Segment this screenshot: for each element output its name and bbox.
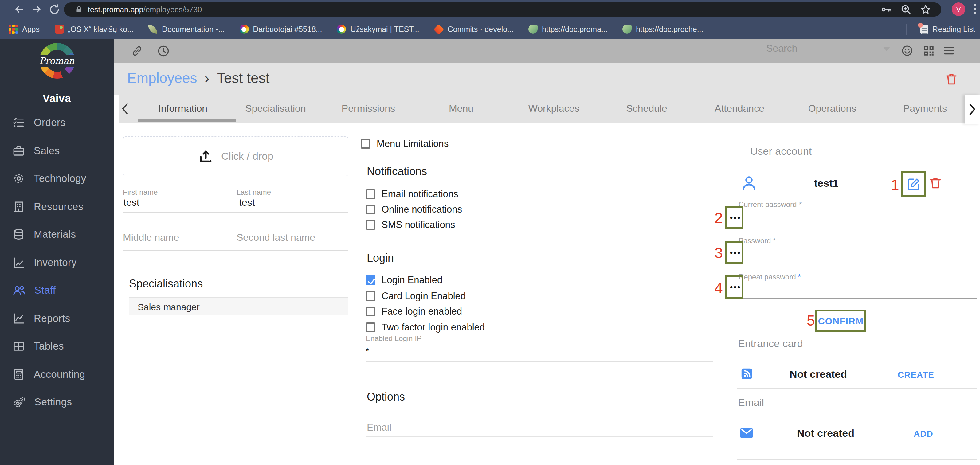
enabled-login-ip-value[interactable]: * <box>366 346 369 355</box>
repeat-password-input[interactable]: ••• <box>730 282 741 292</box>
annotation-box-5: CONFIRM <box>815 309 866 332</box>
sidebar-item-resources[interactable]: Resources <box>0 192 114 221</box>
photo-upload-dropzone[interactable]: Click / drop <box>123 136 348 176</box>
tab-attendance[interactable]: Attendance <box>693 95 786 123</box>
confirm-button[interactable]: CONFIRM <box>817 316 864 326</box>
proman-logo-wheel: Proman <box>39 43 75 79</box>
history-button[interactable] <box>157 44 170 60</box>
first-name-input[interactable] <box>124 197 225 208</box>
search-input[interactable] <box>765 42 882 57</box>
sms-notifications-row[interactable]: SMS notifications <box>366 219 455 230</box>
specialisation-list-item[interactable]: Sales manager <box>129 297 348 315</box>
second-last-name-input[interactable] <box>237 232 338 243</box>
tab-permissions[interactable]: Permissions <box>322 95 415 123</box>
enabled-login-ip-label: Enabled Login IP <box>366 334 422 343</box>
menu-limitations-checkbox-row[interactable]: Menu Limitations <box>361 138 449 149</box>
bookmark-uzsakymai[interactable]: Užsakymai | TEST... <box>337 25 419 34</box>
sidebar-item-orders[interactable]: Orders <box>0 109 114 136</box>
browser-back-button[interactable] <box>12 2 26 16</box>
sidebar-item-accounting[interactable]: Accounting <box>0 360 114 388</box>
edit-account-button[interactable] <box>906 177 921 192</box>
sidebar-user-name: Vaiva <box>0 92 114 105</box>
tabs-scroll-left-button[interactable] <box>120 102 130 116</box>
add-email-button[interactable]: ADD <box>914 429 933 439</box>
tab-specialisation[interactable]: Specialisation <box>229 95 322 123</box>
delete-employee-button[interactable] <box>944 72 958 89</box>
face-login-enabled-row[interactable]: Face login enabled <box>366 306 462 317</box>
address-bar[interactable]: test.proman.app/employees/5730 <box>64 2 941 17</box>
app-menu-button[interactable] <box>942 44 955 60</box>
last-name-input[interactable] <box>239 197 340 208</box>
sidebar-item-staff[interactable]: Staff <box>0 276 114 305</box>
user-account-title: User account <box>750 146 811 158</box>
login-enabled-checkbox <box>366 275 375 285</box>
secondary-name-underline <box>123 250 348 251</box>
bookmark-documentation[interactable]: Documentation -... <box>148 25 224 34</box>
breadcrumb-employees-link[interactable]: Employees <box>127 70 197 87</box>
bookmark-commits[interactable]: Commits · develo... <box>434 25 514 34</box>
page-title: Test test <box>217 70 269 87</box>
card-login-enabled-row[interactable]: Card Login Enabled <box>366 290 466 302</box>
tabs-scroll-right-button[interactable] <box>965 95 980 124</box>
browser-profile-avatar[interactable]: V <box>952 2 965 16</box>
search-dropdown-triangle[interactable] <box>883 47 890 51</box>
bookmark-apps[interactable]: Apps <box>9 25 40 34</box>
reading-list-button[interactable]: Reading List <box>920 25 975 34</box>
tab-workplaces[interactable]: Workplaces <box>508 95 600 123</box>
sidebar-item-tables[interactable]: Tables <box>0 332 114 360</box>
entrance-card-divider <box>737 388 977 389</box>
menu-limitations-checkbox <box>361 139 371 149</box>
login-enabled-row[interactable]: Login Enabled <box>366 275 442 286</box>
tab-operations[interactable]: Operations <box>786 95 879 123</box>
sidebar-item-reports[interactable]: Reports <box>0 305 114 332</box>
browser-forward-button[interactable] <box>30 2 44 16</box>
building-icon <box>12 200 25 213</box>
browser-reload-button[interactable] <box>47 2 61 16</box>
annotation-number-5: 5 <box>807 312 815 329</box>
create-entrance-card-button[interactable]: CREATE <box>898 370 934 379</box>
bookmarks-bar: Apps „OS X“ klavišų ko... Documentation … <box>0 19 980 39</box>
bookmark-star-icon[interactable] <box>920 4 931 15</box>
annotation-number-3: 3 <box>714 244 723 262</box>
email-notifications-row[interactable]: Email notifications <box>366 189 458 200</box>
sidebar-item-inventory[interactable]: Inventory <box>0 249 114 276</box>
cog-icon <box>12 172 25 185</box>
feedback-button[interactable] <box>901 44 914 60</box>
link-button[interactable] <box>130 44 144 60</box>
tab-information[interactable]: Information <box>137 95 229 123</box>
password-input[interactable]: ••• <box>730 248 741 257</box>
reading-list-icon <box>920 25 928 34</box>
sidebar-item-materials[interactable]: Materials <box>0 221 114 249</box>
bookmark-doc-proma[interactable]: https://doc.proma... <box>528 25 608 34</box>
tab-schedule[interactable]: Schedule <box>600 95 693 123</box>
qr-button[interactable] <box>922 44 935 60</box>
bookmark-osx[interactable]: „OS X“ klavišų ko... <box>54 25 134 34</box>
tab-payments[interactable]: Payments <box>879 95 971 123</box>
email-input[interactable] <box>367 422 698 433</box>
current-password-input[interactable]: ••• <box>730 213 741 222</box>
checklist-icon <box>12 116 25 129</box>
delete-account-button[interactable] <box>928 176 942 192</box>
browser-menu-button[interactable] <box>971 2 979 16</box>
card-login-enabled-checkbox <box>366 291 375 301</box>
email-icon <box>739 426 754 440</box>
sidebar: Proman Vaiva Orders Sales Technology <box>0 39 114 465</box>
two-factor-login-row[interactable]: Two factor login enabled <box>366 322 485 333</box>
required-asterisk: * <box>798 273 800 281</box>
tab-menu[interactable]: Menu <box>415 95 508 123</box>
key-icon[interactable] <box>880 4 892 15</box>
bookmark-doc-proche[interactable]: https://doc.proche... <box>622 25 703 34</box>
online-notifications-row[interactable]: Online notifications <box>366 204 462 215</box>
qr-code-icon <box>922 44 935 57</box>
annotation-box-2: ••• <box>725 206 743 229</box>
middle-name-input[interactable] <box>123 232 224 243</box>
sidebar-item-technology[interactable]: Technology <box>0 165 114 192</box>
tab-bar: Information Specialisation Permissions M… <box>114 95 980 123</box>
sidebar-item-sales[interactable]: Sales <box>0 136 114 165</box>
zoom-search-icon[interactable] <box>900 4 912 15</box>
sidebar-item-settings[interactable]: Settings <box>0 388 114 416</box>
email-section-divider <box>737 459 977 460</box>
face-login-enabled-checkbox <box>366 306 375 316</box>
link-icon <box>130 44 144 58</box>
bookmark-darbuotojai[interactable]: Darbuotojai #5518... <box>239 25 322 34</box>
